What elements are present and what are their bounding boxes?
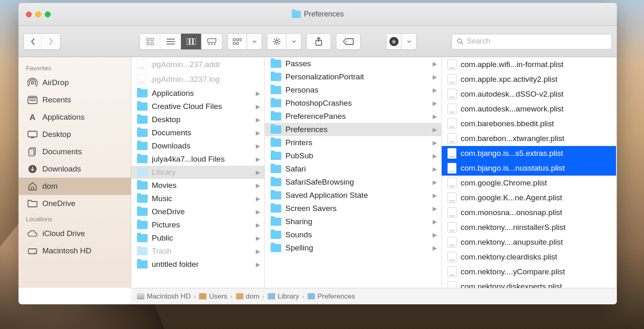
quicklook-dropdown[interactable] [401, 34, 416, 49]
action-button[interactable] [267, 34, 286, 49]
back-button[interactable] [24, 34, 42, 49]
file-item[interactable]: com.nektony....anupsuite.plist [442, 235, 616, 250]
sidebar-item-documents[interactable]: Documents [19, 143, 131, 160]
folder-item[interactable]: SafariSafeBrowsing▶ [265, 176, 441, 189]
file-item[interactable]: com.nektony.diskexperts.plist [442, 279, 616, 288]
svg-rect-0 [147, 38, 149, 41]
svg-rect-45 [28, 249, 37, 254]
plist-file-icon [447, 192, 456, 203]
folder-icon [137, 168, 148, 176]
sidebar-item-recents[interactable]: Recents [19, 91, 131, 109]
file-item[interactable]: com.google.Chrome.plist [442, 176, 616, 190]
folder-item[interactable]: Passes▶ [265, 57, 441, 70]
folder-item[interactable]: Sharing▶ [265, 215, 441, 228]
file-item[interactable]: com.nektony.cleardisks.plist [442, 250, 616, 264]
folder-item[interactable]: Desktop▶ [131, 113, 264, 126]
file-item[interactable]: com.nektony....yCompare.plist [442, 264, 616, 279]
recents-icon [28, 95, 37, 105]
file-item[interactable]: com.barebones.bbedit.plist [442, 116, 616, 131]
folder-item[interactable]: julya4ka7...loud Files▶ [131, 153, 264, 166]
folder-item[interactable]: PubSub▶ [265, 149, 441, 162]
search-field[interactable] [452, 34, 612, 49]
sidebar-item-downloads[interactable]: Downloads [19, 160, 131, 178]
folder-item[interactable]: Saved Application State▶ [265, 189, 441, 202]
window-title: Preferences [292, 10, 344, 19]
sidebar-item-label: iCloud Drive [42, 229, 85, 238]
file-item[interactable]: com.autodesk...dSSO-v2.plist [442, 87, 616, 102]
file-item[interactable]: com.bjango.is...nusstatus.plist [442, 161, 616, 176]
icon-view-button[interactable] [140, 34, 160, 49]
folder-icon [308, 293, 315, 299]
file-item[interactable]: com.google.K...ne.Agent.plist [442, 190, 616, 205]
plist-file-icon [447, 89, 456, 100]
zoom-button[interactable] [45, 12, 51, 17]
folder-icon [137, 129, 148, 137]
folder-item[interactable]: Creative Cloud Files▶ [131, 100, 264, 113]
chevron-right-icon: ▶ [256, 261, 260, 268]
folder-item[interactable]: OneDrive▶ [131, 205, 264, 218]
folder-item[interactable]: Sounds▶ [265, 228, 441, 241]
share-button[interactable] [307, 34, 331, 49]
folder-item[interactable]: PreferencePanes▶ [265, 110, 441, 123]
file-item[interactable]: .pgAdmin...237.addr [131, 57, 264, 72]
file-item[interactable]: .pgAdmin...3237.log [131, 72, 264, 87]
sidebar-item-dom[interactable]: dom [19, 178, 131, 195]
file-item[interactable]: com.bjango.is...s5.extras.plist [442, 146, 616, 161]
close-button[interactable] [26, 12, 32, 17]
folder-item[interactable]: Spelling▶ [265, 241, 441, 255]
file-item[interactable]: com.barebon...xtwrangler.plist [442, 131, 616, 146]
folder-icon [271, 165, 281, 173]
folder-item[interactable]: Documents▶ [131, 126, 264, 139]
search-input[interactable] [467, 37, 607, 46]
folder-item[interactable]: untitled folder▶ [131, 258, 264, 271]
sidebar-item-onedrive[interactable]: OneDrive [19, 195, 131, 212]
folder-item[interactable]: Pictures▶ [131, 218, 264, 232]
item-label: Trash [152, 247, 252, 256]
arrange-button[interactable] [228, 34, 247, 49]
sidebar-item-icloud-drive[interactable]: iCloud Drive [19, 225, 131, 242]
arrange-dropdown[interactable] [247, 34, 262, 49]
folder-item[interactable]: Preferences▶ [265, 123, 441, 136]
folder-item[interactable]: PhotoshopCrashes▶ [265, 97, 441, 110]
title-text: Preferences [304, 10, 344, 19]
folder-item[interactable]: Music▶ [131, 192, 264, 205]
chevron-right-icon: ▶ [256, 195, 260, 202]
quicklook-button[interactable]: ◉ [387, 34, 401, 49]
file-item[interactable]: com.autodesk...amework.plist [442, 102, 616, 116]
file-item[interactable]: com.apple.wifi...in-format.plist [442, 57, 616, 72]
svg-rect-1 [151, 38, 153, 41]
folder-item[interactable]: Applications▶ [131, 87, 264, 100]
tag-button[interactable] [336, 34, 360, 49]
file-item[interactable]: com.nektony....ninstallerS.plist [442, 220, 616, 235]
folder-item[interactable]: PersonalizationPortrait▶ [265, 70, 441, 83]
folder-item[interactable]: Printers▶ [265, 136, 441, 149]
item-label: com.barebon...xtwrangler.plist [461, 134, 612, 143]
column-view-button[interactable] [181, 34, 202, 49]
folder-item[interactable]: Personas▶ [265, 83, 441, 97]
sidebar-item-airdrop[interactable]: AirDrop [19, 74, 131, 91]
forward-button[interactable] [42, 34, 60, 49]
sidebar-item-applications[interactable]: AApplications [19, 109, 131, 126]
folder-item[interactable]: Library▶ [131, 166, 264, 179]
folder-item[interactable]: Safari▶ [265, 162, 441, 176]
list-view-button[interactable] [160, 34, 181, 49]
item-label: PreferencePanes [285, 112, 429, 121]
file-item[interactable]: com.apple.xpc.activity2.plist [442, 72, 616, 87]
path-segment[interactable]: Macintosh HD [137, 292, 191, 301]
folder-item[interactable]: Trash▶ [131, 245, 264, 258]
file-item[interactable]: com.monosna...onosnap.plist [442, 205, 616, 220]
folder-icon [271, 152, 281, 160]
gallery-view-button[interactable] [202, 34, 222, 49]
minimize-button[interactable] [35, 12, 41, 17]
path-segment[interactable]: Library [268, 292, 299, 301]
sidebar-item-macintosh-hd[interactable]: Macintosh HD [19, 242, 131, 259]
sidebar-item-desktop[interactable]: Desktop [19, 126, 131, 143]
folder-item[interactable]: Public▶ [131, 232, 264, 245]
folder-item[interactable]: Downloads▶ [131, 139, 264, 153]
path-segment[interactable]: Preferences [308, 292, 355, 301]
path-segment[interactable]: Users [199, 292, 227, 301]
folder-item[interactable]: Screen Savers▶ [265, 202, 441, 215]
path-segment[interactable]: dom [236, 292, 259, 301]
action-dropdown[interactable] [286, 34, 301, 49]
folder-item[interactable]: Movies▶ [131, 179, 264, 192]
